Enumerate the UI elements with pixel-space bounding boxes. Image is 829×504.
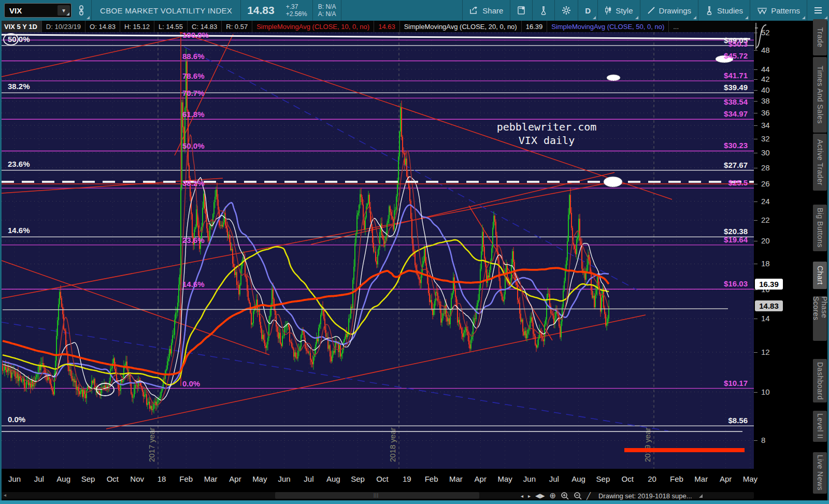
- zoom-in-icon[interactable]: [561, 492, 569, 500]
- axis-tick-mark: [754, 220, 757, 221]
- time-axis-label: May: [497, 474, 512, 483]
- fib-percent-label: 23.6%: [8, 160, 30, 168]
- change-value: +.37: [286, 3, 307, 10]
- sidebar-tab-active-trader[interactable]: Active Trader: [813, 134, 827, 191]
- ohlc-field: R: 0.57: [222, 21, 252, 32]
- sidebar-tab-times-and-sales[interactable]: Times And Sales: [813, 57, 827, 133]
- axis-tick-label: 48: [761, 46, 770, 54]
- fib-price-label: $34.97: [724, 109, 748, 118]
- window-bottom-edge: [0, 500, 829, 504]
- fib-percent-label: 50.0%: [8, 35, 30, 44]
- axis-tick-label: 38: [761, 96, 770, 105]
- draw-tool-icon[interactable]: ╱: [587, 492, 591, 500]
- chart-plot-area[interactable]: 2017 year2018 year2019 year50.0%$49.0538…: [2, 32, 754, 469]
- axis-tick-mark: [754, 79, 757, 80]
- axis-tick-label: 32: [761, 134, 770, 143]
- time-axis-label: Jul: [549, 474, 559, 483]
- time-axis-label: 20: [648, 474, 656, 483]
- step-back-icon[interactable]: ◂: [521, 493, 523, 499]
- fib-price-label: $30.23: [724, 141, 748, 150]
- axis-tick-label: 14: [761, 314, 770, 323]
- drawings-label: Drawings: [659, 6, 692, 15]
- fib-percent-label: 14.6%: [182, 280, 205, 289]
- axis-tick-label: 44: [761, 65, 770, 74]
- axis-tick-label: 34: [761, 121, 770, 129]
- settings-button[interactable]: [555, 0, 578, 21]
- share-button[interactable]: Share: [463, 0, 510, 21]
- ellipse-drawing: [604, 177, 622, 187]
- step-forward-icon[interactable]: ▸: [528, 493, 531, 499]
- sidebar-tab-big-buttons[interactable]: Big Buttons: [813, 205, 827, 251]
- watermark-line2: VIX daily: [519, 134, 575, 147]
- chart-status-bar: ||| ◂ ◂ ▸ ◀▶ ⊕ ╱ Drawing set: 2019-1018 …: [2, 491, 754, 500]
- watermark-line1: pebblewriter.com: [497, 121, 597, 133]
- fib-price-label: $39.49: [724, 83, 748, 92]
- axis-tick-mark: [754, 69, 757, 70]
- axis-tick-mark: [754, 101, 757, 102]
- axis-tick-label: 12: [761, 348, 770, 356]
- axis-tick-mark: [754, 319, 757, 319]
- time-axis-label: Sep: [596, 474, 610, 483]
- axis-tick-label: 28: [761, 163, 770, 172]
- time-axis-label: Nov: [130, 474, 144, 483]
- style-button[interactable]: Style: [598, 0, 639, 21]
- aggregation-button[interactable]: D: [578, 0, 597, 21]
- analysis-flask-button[interactable]: [533, 0, 554, 21]
- sidebar-tab-chart[interactable]: Chart: [813, 262, 827, 289]
- chart-canvas[interactable]: 2017 year2018 year2019 year50.0%$49.0538…: [2, 32, 754, 469]
- studies-button[interactable]: Studies: [698, 0, 750, 21]
- notes-button[interactable]: [510, 0, 532, 21]
- axis-tick-mark: [754, 241, 757, 241]
- time-axis-label: Oct: [376, 474, 388, 483]
- pan-icon[interactable]: ◀▶: [535, 492, 545, 499]
- fib-percent-label: 88.6%: [182, 52, 205, 61]
- document-info-icon: [517, 6, 525, 15]
- drawing-set-label[interactable]: Drawing set: 2019-1018 supe...: [595, 492, 692, 500]
- study-label[interactable]: SimpleMovingAvg (CLOSE, 20, 0, no): [400, 21, 522, 32]
- symbol-dropdown-arrow[interactable]: ▼: [58, 5, 70, 16]
- price-bubble: 16.39: [755, 279, 783, 290]
- sidebar-tab-phase-scores[interactable]: Phase Scores: [813, 296, 827, 341]
- change-percent: +2.56%: [286, 10, 307, 18]
- time-axis-label: Aug: [326, 474, 340, 483]
- axis-tick-mark: [754, 352, 757, 353]
- gear-icon: [562, 6, 571, 15]
- zoom-out-icon[interactable]: [574, 492, 582, 500]
- year-marker-label: 2018 year: [388, 427, 397, 462]
- chart-menu-button[interactable]: [807, 0, 829, 21]
- link-icon: [78, 5, 84, 16]
- ohlc-field: O: 14.83: [85, 21, 120, 32]
- patterns-label: Patterns: [771, 6, 800, 15]
- time-axis[interactable]: JunJulAugSepOctNov18FebMarAprMayJunJulAu…: [2, 469, 754, 491]
- time-axis-label: Apr: [229, 474, 241, 483]
- fib-price-label: $50.3: [728, 39, 748, 48]
- right-gadget-tabs: TradeTimes And SalesActive TraderBig But…: [812, 21, 827, 500]
- separator: [341, 0, 341, 21]
- study-label[interactable]: SimpleMovingAvg (CLOSE, 50, 0, no): [547, 21, 669, 32]
- scroll-left-arrow-icon[interactable]: ◂: [4, 492, 6, 498]
- axis-tick-mark: [754, 392, 757, 393]
- symbol-input[interactable]: VIX ▼: [4, 3, 72, 18]
- candlestick-icon: [605, 6, 612, 15]
- fib-price-label: $8.56: [728, 416, 748, 425]
- drawings-button[interactable]: Drawings: [640, 0, 698, 21]
- sidebar-tab-trade[interactable]: Trade: [813, 19, 827, 55]
- patterns-button[interactable]: Patterns: [750, 0, 807, 21]
- time-axis-label: Feb: [670, 474, 683, 483]
- bid-ask: B: N/A A: N/A: [313, 3, 341, 18]
- link-button[interactable]: [72, 0, 91, 21]
- sidebar-tab-live-news[interactable]: Live News: [813, 452, 827, 494]
- year-marker-label: 2017 year: [147, 427, 156, 462]
- fib-price-label: $20.38: [724, 227, 748, 236]
- sidebar-tab-level-ii[interactable]: Level II: [813, 411, 827, 442]
- sidebar-tab-dashboard[interactable]: Dashboard: [813, 359, 827, 402]
- study-label[interactable]: SimpleMovingAvg (CLOSE, 10, 0, no): [252, 21, 374, 32]
- ohlc-field: D: 10/23/19: [42, 21, 85, 32]
- chart-title: VIX 5 Y 1D: [0, 21, 42, 32]
- price-axis[interactable]: 5248444240383634323028262422201816141210…: [754, 21, 812, 500]
- crosshair-icon[interactable]: ⊕: [550, 491, 556, 500]
- resize-handle-icon[interactable]: [699, 494, 703, 498]
- study-value: 16.39: [522, 21, 548, 32]
- price-bubble: 14.83: [755, 300, 783, 311]
- axis-tick-label: 8: [761, 436, 765, 444]
